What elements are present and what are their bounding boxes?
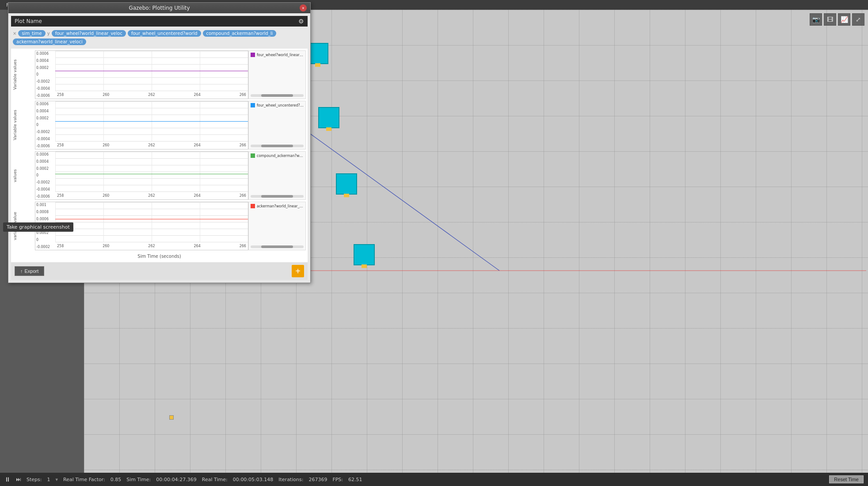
rtf-value: 0.85: [110, 477, 122, 482]
chart-y-labels-4: 0.001 0.0008 0.0006 0.0004 0.0002 0 -0.0…: [35, 202, 55, 250]
camera-screenshot-btn[interactable]: 📷: [810, 13, 822, 26]
chart-legend-1: four_wheel?world_linear_veloc: [248, 50, 306, 99]
sim-time-label: Sim Time:: [126, 477, 151, 482]
video-record-btn[interactable]: 🎞: [824, 13, 836, 26]
chart-xaxis-4: 258260262264266: [55, 242, 248, 250]
legend-scrollbar-thumb-1: [261, 94, 293, 97]
chart-inner-1: [55, 51, 248, 91]
chart-xaxis-2: 258260262264266: [55, 141, 248, 149]
pause-button[interactable]: ⏸: [4, 476, 11, 483]
gear-button[interactable]: ⚙: [298, 18, 304, 25]
x-axis-label: Sim Time (seconds): [13, 252, 306, 260]
export-button[interactable]: ↑ Export: [15, 266, 44, 276]
iterations-label: Iterations:: [278, 477, 303, 482]
tags-row: × sim_time y four_wheel?world_linear_vel…: [11, 29, 308, 46]
real-time-label: Real Time:: [202, 477, 228, 482]
viewport-toolbar: 📷 🎞 📈 ⤢: [810, 13, 864, 26]
steps-label: Steps:: [27, 477, 42, 482]
real-time-value: 00:00:05:03.148: [233, 477, 274, 482]
plot-close-button[interactable]: ×: [300, 4, 307, 11]
iterations-value: 267369: [308, 477, 327, 482]
legend-scrollbar-4[interactable]: [251, 245, 304, 248]
tag-y-label: y: [47, 31, 50, 36]
var-tag-sim-time[interactable]: sim_time: [18, 30, 45, 37]
chart-plot-4[interactable]: 0.001 0.0008 0.0006 0.0004 0.0002 0 -0.0…: [35, 202, 248, 250]
chart-xaxis-3: 258260262264266: [55, 191, 248, 199]
chart-row-1: Variable values 0.0006 0.0004 0.0002 0 -…: [13, 50, 306, 99]
fps-label: FPS:: [332, 477, 343, 482]
chart-legend-3: compound_ackerman?world_li: [248, 151, 306, 200]
var-tag-3[interactable]: compound_ackerman?world_li: [203, 30, 277, 37]
legend-entry-1: four_wheel?world_linear_veloc: [251, 53, 304, 57]
steps-value: 1: [47, 477, 50, 482]
expand-btn[interactable]: ⤢: [852, 13, 864, 26]
var-tag-2[interactable]: four_wheel_uncentered?world: [128, 30, 201, 37]
robot-4[interactable]: [318, 107, 339, 128]
legend-color-2: [251, 103, 255, 107]
chart-ylabel-4: variable value: [13, 202, 35, 250]
chart-inner-2: [55, 101, 248, 141]
robot-8[interactable]: [354, 244, 375, 265]
chart-plot-2[interactable]: 0.0006 0.0004 0.0002 0 -0.0002 -0.0004 -…: [35, 101, 248, 149]
legend-color-4: [251, 204, 255, 208]
origin-marker: [169, 415, 174, 420]
chart-y-labels-2: 0.0006 0.0004 0.0002 0 -0.0002 -0.0004 -…: [35, 101, 55, 149]
add-plot-button[interactable]: +: [292, 265, 304, 277]
rtf-label: Real Time Factor:: [63, 477, 105, 482]
legend-color-1: [251, 53, 255, 57]
chart-legend-2: four_wheel_uncentered?world: [248, 101, 306, 149]
sim-time-value: 00:00:04:27.369: [156, 477, 197, 482]
plot-name-label: Plot Name: [15, 18, 42, 24]
legend-label-3: compound_ackerman?world_li: [257, 154, 304, 158]
legend-entry-3: compound_ackerman?world_li: [251, 153, 304, 158]
status-bar: ⏸ ⏭ Steps: 1 ▾ Real Time Factor: 0.85 Si…: [0, 473, 868, 486]
charts-area: Variable values 0.0006 0.0004 0.0002 0 -…: [11, 49, 308, 262]
legend-entry-4: ackerman?world_linear_veloci: [251, 204, 304, 208]
reset-time-button[interactable]: Reset Time: [829, 475, 864, 483]
plot-icon-btn[interactable]: 📈: [838, 13, 850, 26]
chart-xaxis-1: 258260262264266: [55, 91, 248, 99]
legend-scrollbar-3[interactable]: [251, 195, 304, 198]
robot-6[interactable]: [336, 173, 357, 195]
chart-inner-4: [55, 202, 248, 242]
tag-x-close[interactable]: ×: [13, 31, 16, 36]
plot-name-row: Plot Name ⚙: [11, 16, 308, 27]
legend-color-3: [251, 153, 255, 158]
legend-label-2: four_wheel_uncentered?world: [257, 103, 304, 107]
legend-entry-2: four_wheel_uncentered?world: [251, 103, 304, 107]
chart-plot-1[interactable]: 0.0006 0.0004 0.0002 0 -0.0002 -0.0004 -…: [35, 50, 248, 99]
chart-legend-4: ackerman?world_linear_veloci: [248, 202, 306, 250]
step-forward-button[interactable]: ⏭: [16, 476, 21, 482]
fps-value: 62.51: [348, 477, 362, 482]
legend-scrollbar-2[interactable]: [251, 145, 304, 147]
chart-row-4: variable value 0.001 0.0008 0.0006 0.000…: [13, 202, 306, 250]
legend-label-4: ackerman?world_linear_veloci: [257, 204, 304, 208]
plot-window-title: Gazebo: Plotting Utility: [19, 5, 300, 11]
legend-scrollbar-1[interactable]: [251, 94, 304, 97]
chart-row-3: values 0.0006 0.0004 0.0002 0 -0.0002 -0…: [13, 151, 306, 200]
plot-window: Gazebo: Plotting Utility × Plot Name ⚙ ×…: [8, 2, 311, 283]
chart-row-2: Variable values 0.0006 0.0004 0.0002 0 -…: [13, 101, 306, 149]
chart-y-labels-3: 0.0006 0.0004 0.0002 0 -0.0002 -0.0004 -…: [35, 152, 55, 199]
plot-titlebar: Gazebo: Plotting Utility ×: [8, 3, 310, 13]
plot-footer: ↑ Export +: [11, 262, 308, 280]
legend-scrollbar-thumb-4: [261, 245, 293, 248]
chart-ylabel-2: Variable values: [13, 101, 35, 149]
chart-y-labels-1: 0.0006 0.0004 0.0002 0 -0.0002 -0.0004 -…: [35, 51, 55, 99]
legend-scrollbar-thumb-3: [261, 195, 293, 198]
export-icon: ↑: [20, 268, 23, 274]
chart-inner-3: [55, 152, 248, 191]
chart-ylabel-1: Variable values: [13, 50, 35, 99]
var-tag-4[interactable]: ackerman?world_linear_veloci: [13, 38, 86, 45]
chart-ylabel-3: values: [13, 151, 35, 200]
legend-label-1: four_wheel?world_linear_veloc: [257, 53, 304, 57]
legend-scrollbar-thumb-2: [261, 145, 293, 147]
export-label: Export: [25, 268, 39, 274]
var-tag-1[interactable]: four_wheel?world_linear_veloc: [52, 30, 126, 37]
chart-plot-3[interactable]: 0.0006 0.0004 0.0002 0 -0.0002 -0.0004 -…: [35, 151, 248, 200]
plot-body: Plot Name ⚙ × sim_time y four_wheel?worl…: [8, 13, 310, 283]
